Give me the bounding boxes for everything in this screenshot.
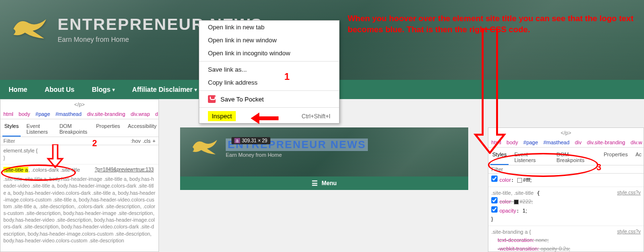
context-menu: Open link in new tab Open link in new wi… xyxy=(199,20,340,124)
logo-bird-icon xyxy=(190,137,219,159)
logo-bird-icon xyxy=(10,14,48,43)
separator xyxy=(199,107,339,108)
tab-accessibility[interactable]: Ac xyxy=(633,150,644,165)
site-tagline: Earn Money from Home xyxy=(226,152,368,158)
separator xyxy=(199,90,339,91)
tab-accessibility[interactable]: Accessibility xyxy=(126,121,158,137)
html-closing: </p> xyxy=(488,128,644,138)
mobile-menu-toggle[interactable]: ☰ Menu xyxy=(180,176,468,190)
source-link[interactable]: style.css?v xyxy=(617,228,641,235)
arrow-left-icon xyxy=(250,112,279,125)
element-style[interactable]: element.style { xyxy=(3,147,156,154)
breadcrumb[interactable]: html body #page #masthead div div.site-b… xyxy=(488,138,644,148)
ctx-open-new-window[interactable]: Open link in new window xyxy=(199,34,339,47)
annotation-text: When you hoover over the element site ti… xyxy=(348,13,636,36)
annotation-2: 2 xyxy=(92,139,97,149)
tab-properties[interactable]: Properties xyxy=(94,121,122,137)
ctx-copy-link[interactable]: Copy link address xyxy=(199,76,339,89)
source-link[interactable]: style.css?v xyxy=(617,189,641,196)
annotation-1: 1 xyxy=(284,71,290,82)
arrow-down-icon xyxy=(46,144,65,168)
tab-properties[interactable]: Properties xyxy=(602,150,630,165)
chevron-down-icon: ▾ xyxy=(112,87,115,92)
css-toggle[interactable] xyxy=(491,197,498,203)
hov-toggle[interactable]: :hov xyxy=(131,138,141,144)
nav-blogs[interactable]: Blogs▾ xyxy=(83,80,123,99)
ctx-open-new-tab[interactable]: Open link in new tab xyxy=(199,21,339,34)
separator xyxy=(199,61,339,62)
ctx-open-incognito[interactable]: Open link in incognito window xyxy=(199,47,339,60)
tab-styles[interactable]: Styles xyxy=(2,121,21,137)
pocket-icon xyxy=(208,95,216,103)
css-selector[interactable]: .site-title, .site-title xyxy=(491,190,534,196)
nav-about[interactable]: About Us xyxy=(36,80,83,99)
ctx-save-pocket[interactable]: Save To Pocket xyxy=(199,92,339,106)
css-toggle[interactable] xyxy=(491,206,498,213)
cls-toggle[interactable]: .cls xyxy=(143,138,151,144)
element-dimensions: a309.31 × 29 xyxy=(231,137,270,144)
tab-event-listeners[interactable]: Event Listeners xyxy=(24,121,54,137)
breadcrumb[interactable]: html body #page #masthead div.site-brand… xyxy=(0,109,158,119)
preview-site: ENTREPRENEUR NEWS Earn Money from Home ☰… xyxy=(180,127,468,190)
filter-input[interactable] xyxy=(3,138,129,144)
tab-dom-breakpoints[interactable]: DOM Breakpoints xyxy=(58,121,90,137)
css-toggle[interactable] xyxy=(491,176,498,182)
hamburger-icon: ☰ xyxy=(312,179,318,187)
nav-home[interactable]: Home xyxy=(0,80,36,99)
html-closing: </p> xyxy=(0,100,158,109)
devtools-tabs: Styles Event Listeners DOM Breakpoints P… xyxy=(0,119,158,137)
chevron-down-icon: ▾ xyxy=(194,87,197,92)
source-link[interactable]: ?p=1849&preview=true:133 xyxy=(95,166,154,173)
css-selector[interactable]: .site-branding a { xyxy=(491,229,531,235)
devtools-styles-right: </p> html body #page #masthead div div.s… xyxy=(488,127,644,252)
nav-affiliate[interactable]: Affiliate Disclaimer▾ xyxy=(123,80,206,99)
css-long-selector[interactable]: .site-title .site-title a, body.has-head… xyxy=(0,176,158,244)
annotation-circle-2 xyxy=(488,153,598,177)
ctx-save-link[interactable]: Save link as... xyxy=(199,63,339,76)
add-rule[interactable]: + xyxy=(153,138,156,144)
arrow-down-icon xyxy=(473,29,507,154)
